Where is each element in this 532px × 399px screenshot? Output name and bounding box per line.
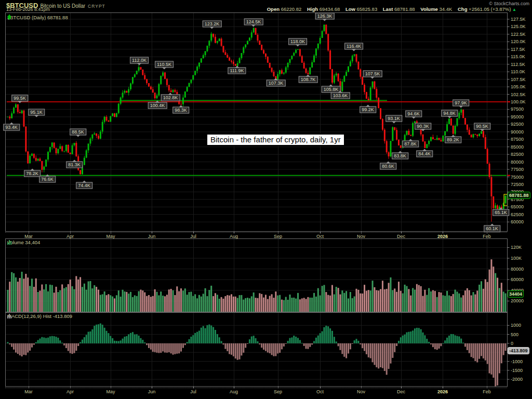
macd-badge: -413.809 <box>508 347 529 354</box>
main-plot-area[interactable] <box>6 13 507 231</box>
last-price-badge: 68781.88 <box>508 192 530 199</box>
stockcharts-page: $BTCUSDBitcoin to US DollarCRYPT © Stock… <box>0 0 532 399</box>
volume-plot-area[interactable] <box>6 239 507 312</box>
macd-plot-area[interactable] <box>6 313 507 387</box>
xaxis-strip-middle <box>5 232 507 233</box>
volume-badge: 34404 <box>508 290 524 298</box>
xaxis-strip-bottom <box>5 388 507 388</box>
chart-annotation: Bitcoin - the father of crypto, daily, 1… <box>206 134 345 146</box>
